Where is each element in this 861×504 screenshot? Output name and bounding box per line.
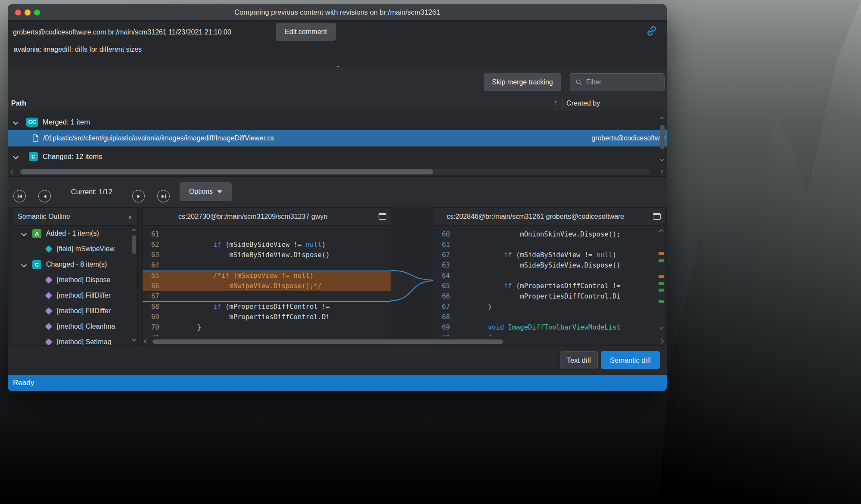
chevron-down-icon[interactable]	[21, 231, 27, 236]
code-line-69: 69 mPropertiesDiffControl.Di	[143, 312, 391, 322]
code-hscroll-thumb[interactable]	[152, 339, 503, 344]
destination-pane-header: cs:202846@br:/main/scm31261 groberts@cod…	[433, 208, 665, 226]
maximize-pane-icon[interactable]	[379, 213, 386, 220]
code-text: }	[165, 322, 201, 333]
scroll-right-icon[interactable]	[659, 170, 663, 174]
line-number: 66	[433, 291, 456, 302]
outline-item[interactable]: [method] SetImag	[13, 334, 137, 345]
line-number: 65	[143, 271, 165, 281]
close-button[interactable]	[15, 9, 21, 16]
column-created-by[interactable]: Created by	[566, 100, 600, 107]
minimize-button[interactable]	[25, 9, 31, 16]
destination-code-view[interactable]: 60 mOnionSkinView.Dispose();6162 if (mSi…	[433, 226, 665, 336]
sort-ascending-icon[interactable]: ↑	[554, 99, 558, 107]
list-hscroll-thumb[interactable]	[21, 169, 433, 174]
outline-group[interactable]: AAdded - 1 item(s)	[13, 226, 137, 241]
options-button[interactable]: Options	[180, 182, 232, 201]
outline-item[interactable]: [field] mSwipeView	[13, 241, 137, 257]
method-icon	[45, 308, 53, 315]
group-row-merged[interactable]: CC Merged: 1 item	[8, 114, 667, 130]
outline-vscroll-thumb[interactable]	[132, 235, 136, 254]
outline-item-label: [method] Dispose	[57, 276, 111, 284]
status-bar: Ready	[8, 375, 667, 391]
app-window: Comparing previous content with revision…	[8, 4, 667, 391]
scroll-right-icon[interactable]	[659, 339, 664, 344]
line-number: 68	[143, 302, 165, 312]
changeset-meta: groberts@codicesoftware.com br:/main/scm…	[13, 27, 231, 37]
column-path[interactable]: Path	[11, 100, 26, 107]
outline-item[interactable]: [method] Dispose	[13, 272, 137, 288]
skip-merge-tracking-button[interactable]: Skip merge tracking	[484, 73, 561, 91]
options-label: Options	[189, 188, 213, 196]
line-number: 62	[143, 240, 165, 250]
semantic-diff-button[interactable]: Semantic diff	[601, 351, 660, 369]
list-toolbar: Skip merge tracking	[8, 67, 667, 96]
maximize-pane-icon[interactable]	[653, 213, 661, 220]
scroll-left-icon[interactable]	[11, 170, 15, 174]
outline-item[interactable]: [method] CleanIma	[13, 319, 137, 334]
outline-group-label: Changed - 8 item(s)	[46, 261, 107, 268]
line-number: 69	[433, 322, 456, 333]
line-number: 70	[433, 333, 456, 336]
list-hscrollbar[interactable]	[8, 167, 667, 177]
skip-first-icon	[16, 193, 24, 200]
first-diff-button[interactable]	[13, 190, 26, 202]
status-text: Ready	[13, 379, 34, 387]
outline-header: Semantic Outline ‹	[13, 208, 137, 226]
collapse-panel-icon[interactable]: ‹	[129, 212, 131, 222]
code-line-65: 65 /*if (mSwipeView != null)	[143, 271, 391, 281]
scroll-left-icon[interactable]	[144, 339, 149, 344]
code-text: mPropertiesDiffControl.Di	[456, 291, 621, 302]
link-icon[interactable]	[646, 25, 657, 37]
line-number: 71	[143, 333, 165, 336]
source-code-view[interactable]: 6162 if (mSideBySideView != null)63 mSid…	[143, 226, 391, 336]
text-diff-button[interactable]: Text diff	[560, 351, 598, 369]
code-line-63: 63 mSideBySideView.Dispose()	[143, 250, 391, 260]
line-number: 68	[433, 312, 456, 322]
method-icon	[45, 277, 53, 284]
code-line-63: 63 mSideBySideView.Dispose()	[433, 260, 665, 271]
edit-comment-button[interactable]: Edit comment	[276, 23, 336, 41]
method-icon	[45, 323, 53, 330]
file-row-selected[interactable]: /01plastic/src/client/guiplastic/avaloni…	[8, 130, 667, 146]
wallpaper-mountain	[659, 0, 861, 504]
outline-item[interactable]: [method] FillDiffer	[13, 288, 137, 303]
list-vscroll-thumb[interactable]	[660, 125, 665, 149]
code-text: mSwipeView.Dispose();*/	[165, 281, 322, 291]
destination-code-pane: cs:202846@br:/main/scm31261 groberts@cod…	[433, 207, 665, 345]
chevron-down-icon[interactable]	[13, 154, 19, 159]
chevron-down-icon[interactable]	[13, 119, 19, 125]
code-hscrollbar[interactable]	[142, 337, 665, 346]
zoom-button[interactable]	[34, 9, 40, 16]
window-title: Comparing previous content with revision…	[234, 8, 440, 16]
code-text: if (mSideBySideView != null)	[165, 240, 326, 250]
chevron-down-icon[interactable]	[21, 262, 27, 268]
method-icon	[45, 292, 53, 299]
code-line-61: 61	[433, 240, 665, 250]
outline-item[interactable]: [method] FillDiffer	[13, 303, 137, 319]
last-diff-button[interactable]	[157, 190, 170, 202]
changeset-comment: avalonia: imagediff: diffs for different…	[14, 44, 142, 55]
column-separator	[563, 98, 563, 109]
filter-box[interactable]	[570, 73, 665, 91]
group-row-changed[interactable]: C Changed: 12 items	[8, 148, 667, 165]
code-text: void ImageDiffToolbarViewModeList	[456, 322, 621, 333]
previous-diff-button[interactable]	[38, 190, 51, 202]
comment-panel: groberts@codicesoftware.com br:/main/scm…	[8, 21, 667, 67]
diff-region-bottom-edge	[143, 301, 391, 302]
next-diff-button[interactable]	[132, 190, 145, 202]
filter-input[interactable]	[586, 78, 659, 86]
outline-item-label: [method] FillDiffer	[57, 292, 111, 299]
code-line-62: 62 if (mSideBySideView != null)	[143, 240, 391, 250]
code-line-69: 69 void ImageDiffToolbarViewModeList	[433, 322, 665, 333]
title-bar: Comparing previous content with revision…	[8, 4, 667, 21]
skip-last-icon	[160, 193, 168, 200]
changed-badge: C	[29, 152, 38, 161]
code-text: }	[456, 302, 492, 312]
code-line-67: 67	[143, 291, 391, 302]
outline-item-label: [method] FillDiffer	[57, 307, 111, 315]
destination-pane-title: cs:202846@br:/main/scm31261 groberts@cod…	[447, 213, 624, 221]
code-line-66: 66 mPropertiesDiffControl.Di	[433, 291, 665, 302]
source-code-pane: cs:202730@br:/main/scm31209/scm31237 gwy…	[142, 207, 391, 345]
outline-group[interactable]: CChanged - 8 item(s)	[13, 257, 137, 272]
